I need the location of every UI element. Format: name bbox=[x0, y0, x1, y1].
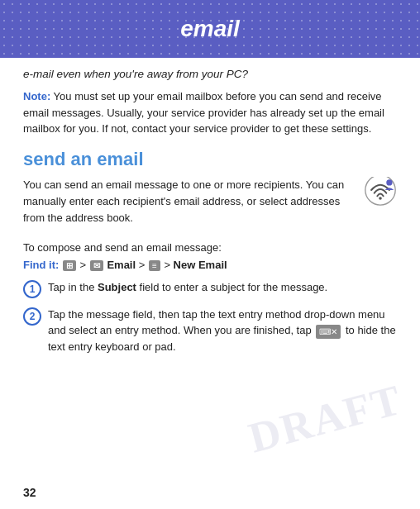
step-2: 2 Tap the message field, then tap the te… bbox=[23, 307, 397, 355]
menu-icon: ⊞ bbox=[63, 260, 76, 271]
note-block: Note: You must set up your email mailbox… bbox=[23, 88, 397, 137]
new-email-path: New Email bbox=[174, 259, 227, 271]
find-it-line: Find it: ⊞ > ✉ Email > ≡ > New Email bbox=[23, 259, 397, 271]
subtitle: e-mail even when you're away from your P… bbox=[23, 68, 397, 80]
list-icon: ≡ bbox=[149, 260, 160, 271]
svg-point-1 bbox=[379, 197, 382, 200]
find-it-label: Find it: bbox=[23, 259, 59, 271]
svg-point-2 bbox=[386, 179, 392, 185]
note-label: Note: bbox=[23, 90, 50, 102]
note-text: You must set up your email mailbox befor… bbox=[23, 90, 384, 135]
email-icon: ✉ bbox=[90, 260, 103, 271]
draft-watermark: DRAFT bbox=[243, 375, 407, 463]
page-header: email bbox=[0, 0, 420, 58]
step-1-text: Tap in the Subject field to enter a subj… bbox=[48, 279, 397, 296]
step-1-number: 1 bbox=[23, 280, 41, 298]
section-heading: send an email bbox=[23, 149, 397, 170]
wifi-icon bbox=[364, 177, 397, 207]
steps-list: 1 Tap in the Subject field to enter a su… bbox=[23, 279, 397, 355]
email-path: Email bbox=[107, 259, 136, 271]
step-1: 1 Tap in the Subject field to enter a su… bbox=[23, 279, 397, 298]
step-2-number: 2 bbox=[23, 307, 41, 326]
wifi-icon-area bbox=[364, 177, 397, 209]
compose-label: To compose and send an email message: bbox=[23, 241, 397, 254]
page-number: 32 bbox=[23, 486, 36, 499]
keyboard-icon: ⌨✕ bbox=[316, 325, 341, 339]
step-1-bold: Subject bbox=[98, 281, 136, 293]
page-title: email bbox=[180, 16, 240, 42]
step-2-text: Tap the message field, then tap the text… bbox=[48, 307, 397, 355]
main-content: e-mail even when you're away from your P… bbox=[0, 58, 420, 373]
section-body: You can send an email message to one or … bbox=[23, 177, 397, 226]
